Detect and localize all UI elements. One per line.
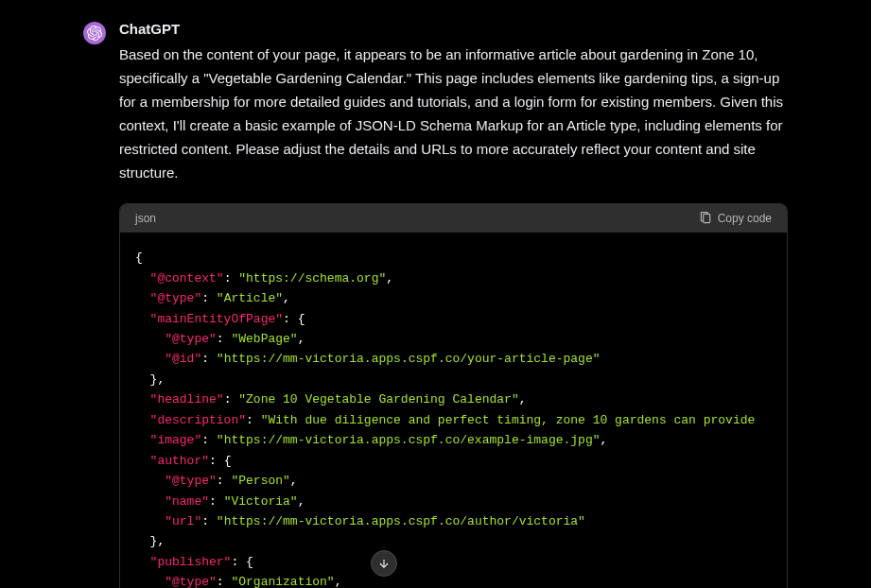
assistant-message: ChatGPT Based on the content of your pag… — [0, 0, 871, 588]
scroll-down-button[interactable] — [371, 550, 397, 577]
code-line: "url": "https://mm-victoria.apps.cspf.co… — [135, 514, 585, 528]
code-line: "@type": "Person", — [135, 474, 298, 488]
author-name: ChatGPT — [119, 21, 788, 37]
code-line: }, — [135, 534, 165, 548]
code-line: "mainEntityOfPage": { — [135, 312, 305, 326]
code-header: json Copy code — [120, 204, 787, 233]
code-language-label: json — [135, 212, 156, 225]
copy-code-label: Copy code — [718, 212, 772, 225]
code-line: "author": { — [135, 454, 231, 468]
code-content[interactable]: { "@context": "https://schema.org", "@ty… — [120, 233, 787, 588]
code-line: "publisher": { — [135, 555, 253, 569]
clipboard-icon — [699, 212, 712, 225]
code-line: "description": "With due diligence and p… — [135, 413, 755, 427]
code-line: "@id": "https://mm-victoria.apps.cspf.co… — [135, 352, 601, 366]
code-line: "name": "Victoria", — [135, 494, 305, 509]
code-line: "@type": "Article", — [135, 291, 290, 305]
message-text: Based on the content of your page, it ap… — [119, 43, 788, 184]
chatgpt-logo-icon — [87, 26, 102, 41]
code-line: "@type": "WebPage", — [135, 332, 305, 346]
code-block: json Copy code { "@context": "https://sc… — [119, 203, 788, 588]
code-line: }, — [135, 372, 165, 387]
avatar — [83, 22, 106, 44]
code-line: "image": "https://mm-victoria.apps.cspf.… — [135, 433, 607, 447]
code-line: "@context": "https://schema.org", — [135, 271, 393, 285]
code-line: "headline": "Zone 10 Vegetable Gardening… — [135, 392, 527, 406]
code-line: "@type": "Organization", — [135, 575, 341, 588]
copy-code-button[interactable]: Copy code — [699, 212, 772, 225]
svg-rect-0 — [703, 215, 709, 223]
message-content: ChatGPT Based on the content of your pag… — [119, 21, 788, 588]
arrow-down-icon — [377, 557, 391, 570]
code-line: { — [135, 251, 143, 265]
